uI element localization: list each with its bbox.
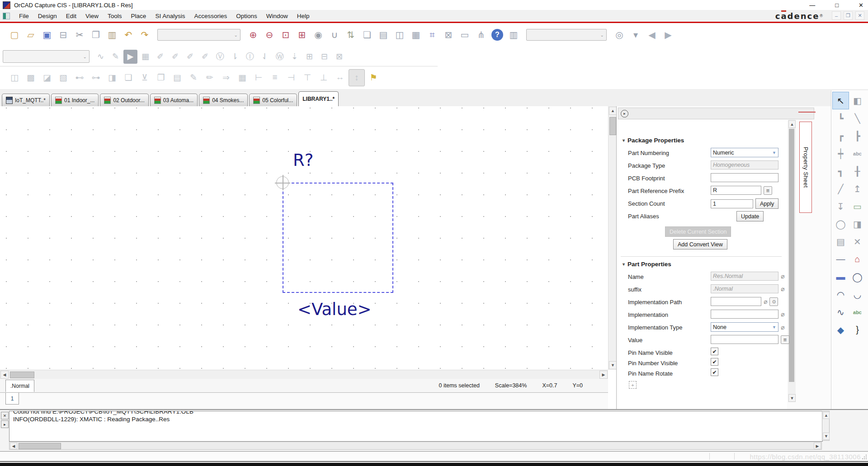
tab-01-indoor[interactable]: 01 Indoor_...	[51, 94, 99, 106]
draw-elliptical-arc-tool[interactable]: ◡	[849, 286, 866, 303]
power-level-icon[interactable]: ⇣	[288, 50, 302, 64]
part-editor-canvas[interactable]: R? <Value>	[0, 106, 608, 370]
voltage-probe-icon[interactable]: ✐	[153, 50, 167, 64]
edit-part-icon[interactable]: ✎	[186, 69, 201, 85]
paste-icon[interactable]: ▥	[104, 27, 120, 43]
apply-button[interactable]: Apply	[755, 198, 778, 209]
bom-icon[interactable]: ▦	[408, 27, 424, 43]
tab-05-colorful[interactable]: 05 Colorful...	[249, 94, 297, 106]
bias-voltage-toggle-icon[interactable]: ⊞	[302, 50, 316, 64]
update-button[interactable]: Update	[736, 211, 764, 221]
package-properties-header[interactable]: ▾ Package Properties	[623, 137, 684, 144]
sheet-tab-normal[interactable]: .Normal	[5, 380, 34, 392]
print-icon[interactable]: ⊟	[56, 27, 71, 43]
eye-slash-icon[interactable]: ⌀	[764, 298, 767, 305]
draw-line-tool[interactable]: ―	[832, 250, 849, 268]
place-new-part-tool[interactable]: ◨	[849, 215, 866, 233]
forward-icon[interactable]: ▶	[660, 27, 676, 43]
panel-vertical-scrollbar[interactable]: ▲ ▼	[788, 120, 796, 402]
cm-ruler-icon[interactable]: ▥	[506, 27, 521, 43]
run-pspice-icon[interactable]: ▶	[123, 50, 137, 64]
place-pin-array-tool[interactable]: }	[849, 321, 866, 339]
align-right-icon[interactable]: ⊣	[283, 69, 299, 85]
back-icon[interactable]: ◀	[644, 27, 660, 43]
page-tab-1[interactable]: 1	[5, 393, 19, 405]
voltage-marker-icon[interactable]: Ⓥ	[213, 50, 227, 64]
log-scroll-right-icon[interactable]: ▶	[814, 442, 821, 449]
comment-icon[interactable]: ▭	[457, 27, 472, 43]
pin-name-rotate-checkbox[interactable]: ✔	[711, 368, 718, 376]
close-button[interactable]: ✕	[859, 2, 863, 9]
menu-help[interactable]: Help	[292, 10, 314, 22]
scroll-up-icon[interactable]: ▲	[609, 107, 617, 115]
simulation-profile-combobox[interactable]: ⌄	[3, 50, 90, 63]
place-hierarchical-page-tool[interactable]: ▤	[832, 233, 849, 250]
zoom-in-icon[interactable]: ⊕	[245, 27, 261, 43]
place-elbow-tool[interactable]: ┓	[832, 162, 849, 180]
maximize-button[interactable]: □	[835, 2, 839, 9]
log-scroll-thumb[interactable]	[19, 443, 61, 449]
draw-arc-tool[interactable]: ◠	[832, 286, 849, 303]
log-output[interactable]: Could not find E:\PROJECT\PCB\IoT_MQTT\S…	[9, 411, 823, 442]
tab-04-smokes[interactable]: 04 Smokes...	[199, 94, 248, 106]
gate-interchange-icon[interactable]: ⊶	[88, 69, 104, 85]
current-level-icon[interactable]: ⇃	[258, 50, 272, 64]
resize-grip-icon[interactable]	[862, 454, 867, 460]
menu-edit[interactable]: Edit	[61, 10, 81, 22]
select-tool[interactable]: ↖	[832, 92, 849, 109]
draw-polygon-tool[interactable]: ⌂	[849, 250, 866, 268]
part-search-cart-icon[interactable]: ⊻	[137, 69, 152, 85]
draw-bezier-tool[interactable]: ∿	[832, 303, 849, 321]
place-net-alias-tool[interactable]: abc	[849, 145, 866, 162]
spreadsheet-icon[interactable]: ▦	[235, 69, 250, 85]
log-scroll-up-icon[interactable]: ▲	[823, 412, 830, 419]
snap-to-grid-icon[interactable]: ⌗	[425, 27, 440, 43]
quick-place-combobox[interactable]: ⌄	[157, 29, 241, 41]
add-convert-view-button[interactable]: Add Convert View	[673, 239, 727, 249]
menu-si-analysis[interactable]: SI Analysis	[151, 10, 189, 22]
implementation-type-dropdown[interactable]: None ▼	[711, 322, 778, 332]
scroll-down-icon[interactable]: ▼	[609, 361, 617, 369]
menu-file[interactable]: File	[14, 10, 33, 22]
view-simulation-results-icon[interactable]: ▦	[138, 50, 152, 64]
log-vertical-scrollbar[interactable]: ▲ ▼	[822, 411, 830, 441]
annotate-icon[interactable]: ⇅	[343, 27, 359, 43]
minimize-button[interactable]: —	[809, 2, 815, 9]
visibility-icon[interactable]: ◉	[311, 27, 326, 43]
implementation-field[interactable]	[711, 310, 778, 319]
current-probe-icon[interactable]: ✐	[183, 50, 197, 64]
canvas-horizontal-scrollbar[interactable]: ◀ ▶	[0, 370, 608, 379]
place-bus-tool[interactable]: ┏	[832, 127, 849, 145]
align-left-icon[interactable]: ⊢	[251, 69, 266, 85]
expand-more-icon[interactable]: +	[629, 381, 637, 389]
power-marker-icon[interactable]: Ⓦ	[273, 50, 287, 64]
eye-slash-icon[interactable]: ⌀	[781, 285, 784, 292]
distribute-horizontal-icon[interactable]: ↔	[332, 69, 348, 85]
design-cache-icon[interactable]: ▩	[23, 69, 38, 85]
new-simulation-profile-icon[interactable]: ∿	[94, 50, 108, 64]
help-icon[interactable]: ?	[491, 29, 503, 41]
horizontal-scroll-thumb[interactable]	[10, 372, 34, 378]
cut-icon[interactable]: ✂	[72, 27, 87, 43]
edit-simulation-profile-icon[interactable]: ✎	[108, 50, 123, 64]
power-probe-icon[interactable]: ✐	[198, 50, 212, 64]
redo-icon[interactable]: ↷	[137, 27, 152, 43]
notes-icon[interactable]: ▤	[170, 69, 185, 85]
log-scroll-left-icon[interactable]: ◀	[10, 442, 17, 449]
eye-slash-icon[interactable]: ⌀	[781, 273, 784, 280]
align-center-icon[interactable]: ≡	[267, 69, 283, 85]
menu-tools[interactable]: Tools	[103, 10, 127, 22]
place-ground-tool[interactable]: ↧	[832, 198, 849, 215]
place-line-tool[interactable]: ╲	[849, 109, 866, 127]
log-close-icon[interactable]: ✕	[1, 412, 9, 419]
fisheye-view-icon[interactable]: ∪	[327, 27, 342, 43]
pin-name-visible-checkbox[interactable]: ✔	[711, 348, 718, 355]
canvas-vertical-scrollbar[interactable]: ▲ ▼	[608, 106, 617, 370]
current-marker-icon[interactable]: Ⓘ	[243, 50, 257, 64]
part-renew-icon[interactable]: ◪	[39, 69, 55, 85]
export-design-icon[interactable]: ⇒	[218, 69, 234, 85]
place-junction-cross-tool[interactable]: ╂	[849, 162, 866, 180]
zoom-region-icon[interactable]: ⊡	[278, 27, 293, 43]
clipboard-icon[interactable]: ≣	[764, 186, 772, 195]
copy-part-icon[interactable]: ❐	[153, 69, 169, 85]
